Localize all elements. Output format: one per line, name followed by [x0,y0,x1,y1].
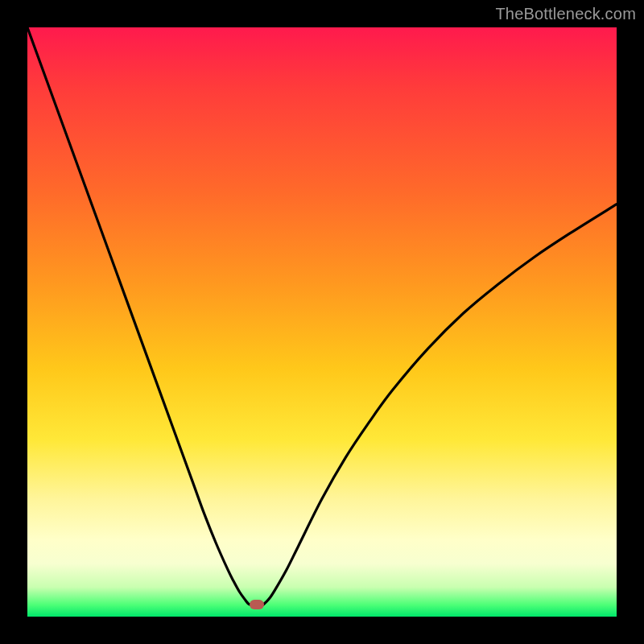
watermark-text: TheBottleneck.com [495,5,636,23]
plot-area [27,27,617,617]
bottleneck-curve [27,27,617,617]
minimum-marker [250,600,264,609]
chart-frame: TheBottleneck.com [0,0,644,644]
